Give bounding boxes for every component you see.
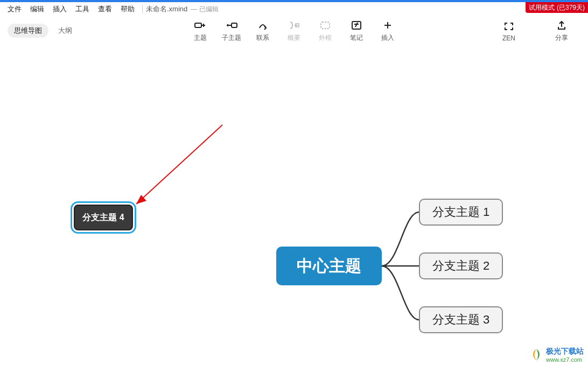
- tool-subtopic[interactable]: 子主题: [216, 19, 247, 43]
- menu-divider: [142, 5, 143, 13]
- tool-share[interactable]: 分享: [546, 19, 577, 43]
- svg-line-6: [136, 125, 222, 204]
- watermark: 极光下载站 www.xz7.com: [529, 347, 584, 363]
- svg-rect-2: [232, 23, 237, 27]
- tool-share-label: 分享: [555, 33, 568, 43]
- tool-boundary: 外框: [310, 19, 341, 43]
- menu-insert[interactable]: 插入: [48, 2, 71, 16]
- branch-topic-1[interactable]: 分支主题 1: [419, 199, 503, 226]
- menu-edit[interactable]: 编辑: [26, 2, 48, 16]
- trial-badge[interactable]: 试用模式 (已379天): [526, 2, 588, 13]
- menu-help[interactable]: 帮助: [116, 2, 139, 16]
- tool-relation[interactable]: 联系: [247, 19, 278, 43]
- tool-topic-label: 主题: [194, 33, 207, 43]
- tool-summary: 概要: [278, 19, 310, 43]
- tool-relation-label: 联系: [256, 33, 269, 43]
- svg-marker-7: [136, 195, 146, 204]
- trial-badge-days: (已379天): [557, 3, 585, 12]
- share-icon: [556, 19, 568, 31]
- document-title: 未命名.xmind: [146, 4, 187, 14]
- watermark-text: 极光下载站: [546, 347, 584, 356]
- mindmap-canvas[interactable]: 中心主题 分支主题 1 分支主题 2 分支主题 3 分支主题 4 极光下载站 w…: [0, 45, 588, 365]
- floating-topic-selected[interactable]: 分支主题 4: [74, 205, 133, 230]
- tool-boundary-label: 外框: [319, 33, 332, 43]
- tool-note-label: 笔记: [350, 33, 363, 43]
- tool-subtopic-label: 子主题: [222, 33, 241, 43]
- boundary-icon: [319, 19, 331, 31]
- tab-outline[interactable]: 大纲: [52, 24, 79, 38]
- relation-icon: [257, 19, 269, 31]
- menu-tools[interactable]: 工具: [71, 2, 94, 16]
- zen-icon: [503, 20, 515, 32]
- document-status: — 已编辑: [191, 5, 218, 14]
- menu-view[interactable]: 查看: [94, 2, 116, 16]
- tool-topic[interactable]: 主题: [185, 19, 216, 43]
- menu-file[interactable]: 文件: [3, 2, 26, 16]
- watermark-logo-icon: [529, 347, 544, 362]
- tab-mindmap[interactable]: 思维导图: [8, 24, 48, 38]
- center-topic[interactable]: 中心主题: [276, 247, 382, 285]
- watermark-url: www.xz7.com: [546, 356, 584, 363]
- tool-note[interactable]: 笔记: [341, 19, 372, 43]
- insert-icon: [382, 19, 394, 31]
- tool-summary-label: 概要: [288, 33, 300, 43]
- menu-bar: 文件 编辑 插入 工具 查看 帮助 未命名.xmind — 已编辑 试用模式 (…: [0, 2, 588, 16]
- tool-zen[interactable]: ZEN: [493, 20, 524, 42]
- summary-icon: [288, 19, 300, 31]
- topic-icon: [194, 19, 206, 31]
- svg-rect-4: [321, 22, 330, 29]
- tool-insert-label: 插入: [381, 33, 394, 43]
- tool-zen-label: ZEN: [502, 34, 515, 42]
- trial-badge-label: 试用模式: [529, 3, 555, 12]
- note-icon: [351, 19, 362, 31]
- branch-topic-3[interactable]: 分支主题 3: [419, 306, 503, 333]
- branch-topic-2[interactable]: 分支主题 2: [419, 252, 503, 279]
- toolbar: 主题 子主题 联系 概要 外框: [185, 19, 403, 43]
- tool-insert[interactable]: 插入: [372, 19, 403, 43]
- second-row: 思维导图 大纲 主题 子主题 联系 概要: [0, 16, 588, 45]
- subtopic-icon: [226, 19, 237, 31]
- svg-point-1: [227, 24, 229, 26]
- svg-rect-0: [195, 23, 201, 27]
- view-tabs: 思维导图 大纲: [8, 24, 79, 38]
- right-tools: ZEN 分享: [493, 19, 577, 43]
